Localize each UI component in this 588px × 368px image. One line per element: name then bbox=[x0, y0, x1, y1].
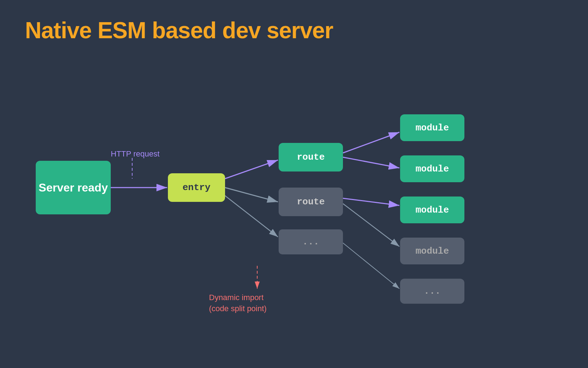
server-ready-node: Server ready bbox=[36, 161, 111, 214]
module4-node: module bbox=[400, 238, 464, 264]
diagram: Server ready entry route route ... modul… bbox=[0, 64, 588, 343]
svg-line-5 bbox=[225, 160, 278, 179]
svg-line-7 bbox=[221, 193, 278, 237]
module3-node: module bbox=[400, 197, 464, 223]
module1-node: module bbox=[400, 114, 464, 141]
svg-line-8 bbox=[343, 132, 399, 153]
dots-right-node: ... bbox=[400, 279, 464, 304]
svg-line-6 bbox=[225, 188, 278, 202]
svg-line-11 bbox=[343, 204, 399, 247]
dynamic-import-label: Dynamic import (code split point) bbox=[209, 292, 266, 314]
route1-node: route bbox=[279, 143, 343, 171]
svg-line-9 bbox=[343, 157, 399, 168]
module2-node: module bbox=[400, 155, 464, 182]
route2-node: route bbox=[279, 188, 343, 216]
entry-node: entry bbox=[168, 173, 225, 202]
svg-line-10 bbox=[343, 198, 399, 205]
http-request-label: HTTP request bbox=[111, 149, 160, 159]
dots-left-node: ... bbox=[279, 229, 343, 254]
page-title: Native ESM based dev server bbox=[25, 17, 333, 44]
svg-line-12 bbox=[343, 243, 399, 289]
